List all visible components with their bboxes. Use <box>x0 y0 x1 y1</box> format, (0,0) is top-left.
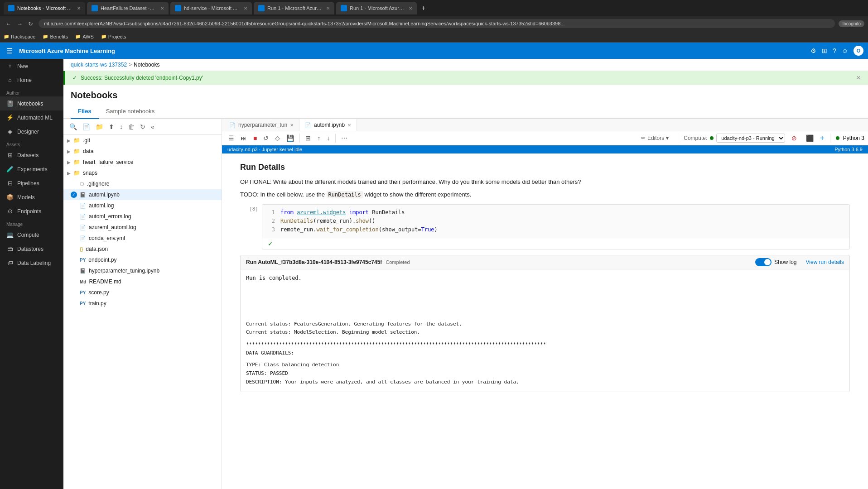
help-icon[interactable]: ? <box>833 47 836 54</box>
file-automl-log[interactable]: 📄 automl.log <box>63 200 222 211</box>
forward-button[interactable]: → <box>15 19 24 28</box>
chevron-icon-snaps: ▶ <box>67 171 71 176</box>
sidebar-item-new[interactable]: + New <box>0 59 63 73</box>
folder-snaps[interactable]: ▶ 📁 snaps <box>63 168 222 178</box>
tab-close-run1a[interactable]: ✕ <box>326 6 330 11</box>
restart-button[interactable]: ↺ <box>260 133 271 143</box>
sidebar-item-designer[interactable]: ◈ Designer <box>0 125 63 139</box>
more-button[interactable]: ⋯ <box>338 133 350 143</box>
file-hyperparameter-ipynb[interactable]: 📓 hyperparameter_tuning.ipynb <box>63 265 222 276</box>
bookmark-rackspace[interactable]: 📁 Rackspace <box>4 34 35 39</box>
compute-terminal-button[interactable]: ⬛ <box>803 133 816 143</box>
tab-close-notebooks[interactable]: ✕ <box>77 6 81 11</box>
tab-close-hf[interactable]: ✕ <box>160 6 164 11</box>
search-button[interactable]: 🔍 <box>67 122 79 132</box>
move-up-button[interactable]: ↑ <box>314 133 323 143</box>
file-automl-errors-log[interactable]: 📄 automl_errors.log <box>63 211 222 222</box>
sidebar-item-compute[interactable]: 💻 Compute <box>0 228 63 242</box>
log-line-1: Current status: FeaturesGeneration. Gene… <box>246 320 844 329</box>
stop-button[interactable]: ■ <box>251 133 260 143</box>
sidebar-item-endpoints[interactable]: ⊙ Endpoints <box>0 204 63 218</box>
move-down-button[interactable]: ↓ <box>324 133 333 143</box>
line-code-1: from azureml.widgets import RunDetails <box>280 208 405 217</box>
file-endpoint-py[interactable]: PY endpoint.py <box>63 254 222 265</box>
file-score-py[interactable]: PY score.py <box>63 287 222 298</box>
upload-button[interactable]: ⬆ <box>106 122 116 132</box>
profile-icon[interactable]: O <box>854 46 863 56</box>
bookmark-benefits[interactable]: 📁 Benefits <box>43 34 68 39</box>
folder-heart-failure[interactable]: ▶ 📁 heart_failure_service <box>63 157 222 168</box>
emoji-icon[interactable]: ☺ <box>842 47 848 54</box>
nb-tab-hyperparameter[interactable]: 📄 hyperparameter_tun ✕ <box>224 119 299 131</box>
nb-tab-close-automl[interactable]: ✕ <box>347 123 351 128</box>
settings-icon[interactable]: ⚙ <box>810 47 816 54</box>
compute-select[interactable]: udacity-nd-p3 - Running <box>716 134 785 143</box>
nb-tab-close-hyperparam[interactable]: ✕ <box>290 123 294 128</box>
new-file-button[interactable]: 📄 <box>80 122 92 132</box>
folder-git[interactable]: ▶ 📁 .git <box>63 135 222 146</box>
address-input[interactable] <box>39 19 835 28</box>
data-labeling-icon: 🏷 <box>6 259 14 266</box>
file-conda-env[interactable]: 📄 conda_env.yml <box>63 233 222 244</box>
refresh-button[interactable]: ↻ <box>138 122 148 132</box>
tab-heartfailure[interactable]: HeartFailure Dataset - Micros... ✕ <box>87 2 169 14</box>
move-button[interactable]: ↕ <box>117 122 125 132</box>
hamburger-menu[interactable]: ☰ <box>5 45 14 57</box>
sidebar-item-datastores[interactable]: 🗃 Datastores <box>0 242 63 256</box>
new-folder-button[interactable]: 📁 <box>93 122 106 132</box>
nb-tab-automl[interactable]: 📄 automl.ipynb ✕ <box>299 119 357 131</box>
editors-button[interactable]: ✏ Editors ▾ <box>637 134 672 143</box>
compute-stop-button[interactable]: ⊘ <box>789 133 800 143</box>
log-line-6 <box>246 357 844 361</box>
sidebar-item-notebooks[interactable]: 📓 Notebooks <box>0 96 63 110</box>
sidebar-item-experiments[interactable]: 🧪 Experiments <box>0 162 63 176</box>
file-azureml-automl-log[interactable]: 📄 azureml_automl.log <box>63 222 222 233</box>
tab-sample-notebooks[interactable]: Sample notebooks <box>99 104 162 119</box>
sidebar-item-models[interactable]: 📦 Models <box>0 190 63 204</box>
sidebar-item-datasets[interactable]: ⊞ Datasets <box>0 148 63 162</box>
tab-run1a[interactable]: Run 1 - Microsoft Azure Mach... ✕ <box>254 2 334 14</box>
log-line-2: Current status: ModelSelection. Beginnin… <box>246 328 844 337</box>
back-button[interactable]: ← <box>4 19 13 28</box>
menu-button[interactable]: ☰ <box>226 133 237 143</box>
breadcrumb-workspace[interactable]: quick-starts-ws-137352 <box>71 62 127 68</box>
delete-button[interactable]: 🗑 <box>126 122 137 132</box>
module-azureml-widgets[interactable]: azureml.widgets <box>297 209 346 216</box>
bookmark-projects[interactable]: 📁 Projects <box>101 34 126 39</box>
add-cell-button[interactable]: ⊞ <box>303 133 313 143</box>
code-area[interactable]: 1 from azureml.widgets import RunDetails… <box>262 205 849 238</box>
bookmark-aws[interactable]: 📁 AWS <box>75 34 94 39</box>
tab-run1b[interactable]: Run 1 - Microsoft Azure Mach... ✕ <box>336 2 417 14</box>
sidebar-item-home[interactable]: ⌂ Home <box>0 73 63 87</box>
bookmark-label: Rackspace <box>11 34 35 39</box>
tab-notebooks[interactable]: Notebooks - Microsoft Azure M... ✕ <box>4 2 85 14</box>
compute-add-button[interactable]: + <box>820 134 824 142</box>
file-gitignore[interactable]: ⬡ .gitignore <box>63 178 222 189</box>
folder-data[interactable]: ▶ 📁 data <box>63 146 222 157</box>
sidebar-item-automated-ml[interactable]: ⚡ Automated ML <box>0 110 63 125</box>
file-train-py[interactable]: PY train.py <box>63 298 222 309</box>
file-label-readme: README.md <box>89 278 121 285</box>
reload-button[interactable]: ↻ <box>26 19 35 28</box>
collapse-button[interactable]: « <box>149 122 157 132</box>
grid-icon[interactable]: ⊞ <box>822 47 827 54</box>
file-automl-ipynb[interactable]: ✓ 📓 automl.ipynb <box>63 189 222 200</box>
file-data-json[interactable]: {} data.json <box>63 244 222 254</box>
nb-icon-automl: 📄 <box>305 122 311 128</box>
new-tab-button[interactable]: + <box>419 4 428 12</box>
save-button[interactable]: 💾 <box>284 133 297 143</box>
sidebar-item-data-labeling[interactable]: 🏷 Data Labeling <box>0 256 63 270</box>
show-log-switch[interactable] <box>755 258 772 266</box>
file-readme[interactable]: Md README.md <box>63 276 222 287</box>
tab-close-hd[interactable]: ✕ <box>244 6 247 11</box>
line-code-3: remote_run.wait_for_completion(show_outp… <box>280 225 438 234</box>
tab-hdservice[interactable]: hd-service - Microsoft Azure ... ✕ <box>170 2 252 14</box>
compute-label: Compute: <box>684 135 707 141</box>
view-run-details-link[interactable]: View run details <box>806 259 844 265</box>
tab-files[interactable]: Files <box>71 104 99 119</box>
tab-close-run1b[interactable]: ✕ <box>409 6 412 11</box>
banner-close-button[interactable]: ✕ <box>856 75 861 81</box>
clear-button[interactable]: ◇ <box>272 133 283 143</box>
sidebar-item-pipelines[interactable]: ⊟ Pipelines <box>0 176 63 190</box>
run-all-button[interactable]: ⏭ <box>238 133 250 143</box>
